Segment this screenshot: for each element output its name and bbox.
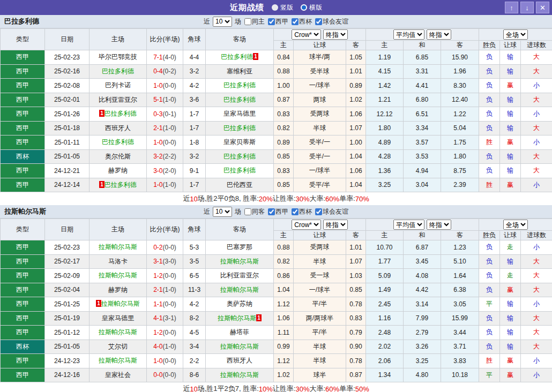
euro-home-odds-cell: 1.21	[366, 93, 404, 107]
euro-odds-group: 平均值 终指	[366, 219, 479, 231]
close-button[interactable]: ✕	[536, 2, 549, 13]
col-date: 日期	[45, 29, 89, 50]
layout-horizontal-radio[interactable]: 横版	[301, 3, 322, 12]
league-friendly-checkbox[interactable]	[315, 18, 322, 25]
goals-result-cell: 大	[521, 254, 552, 269]
euro-away-odds-cell: 1.64	[441, 269, 479, 283]
filter-bar: 近 10 场 同主 西甲 西杯 球会友谊	[0, 17, 552, 27]
away-team-name: 拉斯帕尔马斯	[220, 371, 259, 379]
full-time-score: 3-2	[153, 153, 162, 160]
home-team-name: 拉斯帕尔马斯	[101, 300, 140, 307]
score-cell: 1-0(0-0)	[147, 135, 183, 150]
half-time-score: (3-1)	[163, 314, 176, 322]
same-venue-checkbox-label[interactable]: 同主	[242, 17, 265, 26]
score-cell: 5-1(1-0)	[147, 93, 183, 107]
move-up-button[interactable]: ↑	[505, 2, 518, 13]
col-home: 主场	[89, 29, 147, 50]
handicap-result-cell: 赢	[500, 368, 521, 382]
euro-odds-company-select[interactable]: 平均值	[393, 220, 424, 230]
score-cell: 1-1(0-0)	[147, 297, 183, 312]
handicap-line-cell: 受半球	[294, 64, 346, 79]
asia-away-odds-cell: 1.02	[346, 93, 366, 107]
asia-odds-time-select[interactable]: 终指	[323, 220, 348, 230]
away-team-cell: 巴拉多利德	[206, 93, 274, 107]
same-venue-checkbox[interactable]	[244, 208, 251, 215]
subcol-asia-away: 客	[346, 231, 366, 240]
half-time-score: (0-0)	[163, 244, 176, 251]
home-team-cell: 皇家马德里	[89, 311, 147, 326]
summary-value: 60%	[325, 195, 339, 203]
score-cell: 4-1(3-1)	[147, 311, 183, 326]
home-team-cell: 1巴拉多利德	[89, 178, 147, 192]
asia-away-odds-cell: 0.78	[346, 354, 366, 368]
away-team-cell: 巴拉多利德1	[206, 50, 274, 65]
league-friendly-checkbox-label[interactable]: 球会友谊	[313, 207, 348, 216]
league-friendly-checkbox[interactable]	[315, 208, 322, 215]
match-count-select[interactable]: 10	[213, 207, 232, 217]
summary-value: 10%	[259, 385, 273, 392]
date-cell: 25-02-23	[45, 50, 89, 65]
home-team-cell: 西班牙人	[89, 121, 147, 135]
asia-odds-time-select[interactable]: 终指	[323, 29, 348, 40]
table-row: 西甲25-02-23毕尔巴鄂竞技7-1(4-0)4-4巴拉多利德10.84球半/…	[1, 50, 552, 65]
euro-draw-odds-cell: 3.14	[404, 297, 441, 312]
handicap-line-cell: 受半/一	[294, 135, 346, 150]
score-cell: 4-0(1-0)	[147, 340, 183, 354]
euro-home-odds-cell: 1.77	[366, 254, 404, 269]
winloss-result-cell: 负	[479, 107, 500, 122]
same-venue-checkbox-label[interactable]: 同客	[242, 207, 265, 216]
winloss-result-cell: 负	[479, 269, 500, 283]
full-time-score: 3-1	[153, 258, 162, 265]
euro-odds-time-select[interactable]: 终指	[427, 29, 451, 40]
euro-odds-company-select[interactable]: 平均值	[393, 29, 424, 40]
table-row: 西杯25-01-05艾尔切4-0(1-0)3-4拉斯帕尔马斯0.99半球0.90…	[1, 340, 552, 354]
handicap-line-cell: 一/球半	[294, 79, 346, 93]
league-cup-checkbox-label[interactable]: 西杯	[289, 207, 312, 216]
summary-value: 10	[190, 385, 197, 392]
away-team-name: 巴塞罗那	[227, 243, 252, 251]
euro-away-odds-cell: 1.75	[441, 135, 479, 150]
scope-select[interactable]: 全场	[503, 220, 528, 230]
asia-odds-company-select[interactable]: Crow*	[292, 220, 321, 230]
subcol-asia-home: 主	[274, 41, 294, 50]
filter-games-label: 场	[235, 17, 241, 26]
results-table: 类型 日期 主场 比分(半场) 角球 客场 Crow* 终指 平均值 终指 全场	[0, 218, 552, 382]
half-time-score: (0-1)	[163, 110, 176, 118]
match-count-select[interactable]: 10	[213, 17, 232, 27]
league-cell: 西甲	[1, 326, 45, 340]
league-liga-checkbox[interactable]	[268, 18, 275, 25]
asia-home-odds-cell: 1.02	[274, 368, 294, 382]
league-liga-checkbox-label[interactable]: 西甲	[266, 207, 288, 216]
half-time-score: (0-0)	[163, 300, 176, 308]
league-cell: 西甲	[1, 283, 45, 297]
euro-away-odds-cell: 1.96	[441, 64, 479, 79]
score-cell: 1-0(0-0)	[147, 354, 183, 368]
winloss-result-cell: 负	[479, 311, 500, 326]
handicap-result-cell: 输	[500, 121, 521, 135]
league-liga-checkbox-label[interactable]: 西甲	[266, 17, 288, 26]
league-cup-checkbox[interactable]	[292, 208, 299, 215]
euro-home-odds-cell: 2.02	[366, 340, 404, 354]
league-liga-checkbox[interactable]	[268, 208, 275, 215]
league-cup-checkbox[interactable]	[292, 18, 299, 25]
handicap-line-cell: 受两球	[294, 107, 346, 122]
asia-odds-company-select[interactable]: Crow*	[292, 29, 321, 40]
layout-vertical-radio[interactable]: 竖版	[272, 3, 293, 12]
goals-result-cell: 大	[521, 149, 552, 164]
scope-select[interactable]: 全场	[503, 29, 528, 40]
score-cell: 1-2(0-0)	[147, 269, 183, 283]
summary-line: 近10场,胜2平0负8, 胜率:20% 让胜率:30% 大率:60% 单率:70…	[0, 192, 552, 205]
same-venue-checkbox[interactable]	[244, 18, 251, 25]
league-cup-checkbox-label[interactable]: 西杯	[289, 17, 312, 26]
move-down-button[interactable]: ↓	[520, 2, 534, 13]
radio-unselected-icon	[301, 4, 307, 11]
goals-result-cell: 大	[521, 340, 552, 354]
euro-odds-time-select[interactable]: 终指	[427, 220, 451, 230]
corner-cell: 11-3	[183, 283, 206, 297]
handicap-result-cell: 输	[500, 64, 521, 79]
league-friendly-checkbox-label[interactable]: 球会友谊	[313, 17, 348, 26]
home-team-cell: 奥尔伦斯	[89, 149, 147, 164]
section-head: 巴拉多利德 近 10 场 同主 西甲 西杯 球会友谊	[0, 15, 552, 28]
col-corner: 角球	[183, 29, 206, 50]
euro-draw-odds-cell: 4.08	[404, 269, 441, 283]
